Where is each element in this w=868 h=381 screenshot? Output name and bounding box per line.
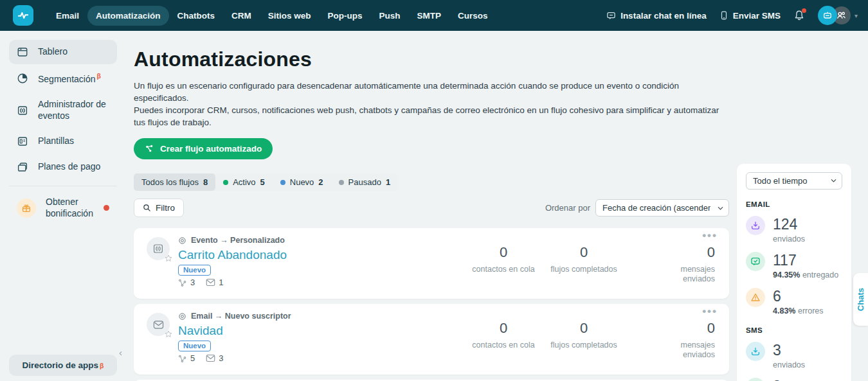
sidebar-divider xyxy=(9,186,117,186)
status-dot-gray xyxy=(339,180,344,185)
sidebar-item-label: Planes de pago xyxy=(38,161,100,173)
chats-side-tab[interactable]: Chats xyxy=(853,273,868,326)
stat-messages: 0 mensajes enviados xyxy=(667,320,715,360)
filter-label: Filtro xyxy=(156,203,175,213)
flow-trigger-type: Email → Nuevo suscriptor xyxy=(178,312,291,321)
sort-select[interactable]: Fecha de creación (ascendente) xyxy=(595,199,729,217)
flow-title-link[interactable]: Carrito Abandonado xyxy=(178,248,287,262)
account-menu[interactable]: ▾ xyxy=(818,5,858,26)
navbar-right: Instalar chat en línea Enviar SMS xyxy=(606,5,858,26)
email-counter: 3 xyxy=(206,353,223,363)
send-sms-link[interactable]: Enviar SMS xyxy=(719,10,781,21)
pulse-icon xyxy=(17,9,30,22)
install-chat-link[interactable]: Instalar chat en línea xyxy=(606,11,707,21)
event-icon xyxy=(152,243,164,254)
flow-card-carrito-abandonado: Evento → Personalizado Carrito Abandonad… xyxy=(134,228,729,299)
dashboard-icon xyxy=(17,46,28,58)
nav-item-chatbots[interactable]: Chatbots xyxy=(169,6,224,26)
beta-badge: β xyxy=(97,72,101,80)
tab-count: 1 xyxy=(386,177,390,187)
flow-title-link[interactable]: Navidad xyxy=(178,324,223,338)
notification-dot xyxy=(104,205,109,211)
period-select[interactable]: Todo el tiempo xyxy=(746,172,842,190)
stat-value: 0 xyxy=(667,244,715,261)
apps-directory-label: Directorio de apps xyxy=(23,360,99,370)
stats-panel: Todo el tiempo EMAIL 124 enviados 117 94… xyxy=(737,164,851,381)
email-count: 1 xyxy=(219,278,223,287)
chat-bubble-icon xyxy=(606,11,616,21)
nav-item-cursos[interactable]: Cursos xyxy=(449,6,496,26)
flow-card-navidad: Email → Nuevo suscriptor Navidad Nuevo 5… xyxy=(134,304,729,375)
chevron-down-icon: ▾ xyxy=(854,12,858,19)
stat-value: 0 xyxy=(536,320,632,337)
status-dot-green xyxy=(223,180,228,185)
notification-dot xyxy=(802,8,806,13)
filter-button[interactable]: Filtro xyxy=(134,199,184,217)
flow-counters: 5 3 xyxy=(178,353,223,363)
sidebar-item-label: Plantillas xyxy=(38,136,74,147)
stat-label: 4.83% errores xyxy=(773,306,824,315)
sent-icon xyxy=(746,216,765,235)
page-title: Automatizaciones xyxy=(134,48,729,71)
sidebar-item-segmentacion[interactable]: Segmentaciónβ xyxy=(9,66,117,91)
flow-trigger-type: Evento → Personalizado xyxy=(178,236,285,245)
nav-item-sitios-web[interactable]: Sitios web xyxy=(260,6,320,26)
phone-icon xyxy=(719,10,728,21)
sidebar-item-plantillas[interactable]: Plantillas xyxy=(9,129,117,154)
tab-pausado[interactable]: Pausado1 xyxy=(331,173,399,191)
card-menu-button[interactable]: ••• xyxy=(702,305,718,318)
templates-icon xyxy=(17,136,28,147)
stat-label: mensajes enviados xyxy=(667,265,715,284)
card-menu-button[interactable]: ••• xyxy=(702,229,718,242)
apps-directory-button[interactable]: Directorio de appsβ xyxy=(9,355,117,376)
nav-item-smtp[interactable]: SMTP xyxy=(409,6,450,26)
notifications-button[interactable] xyxy=(793,10,805,21)
envelope-icon xyxy=(153,320,164,330)
stat-value: 6 xyxy=(773,288,824,305)
stat-label: flujos completados xyxy=(536,265,632,274)
stat-label: 94.35% entregado xyxy=(773,270,838,279)
branch-counter: 5 xyxy=(178,353,195,363)
send-sms-label: Enviar SMS xyxy=(733,11,781,21)
sidebar-item-administrador-eventos[interactable]: Administrador de eventos xyxy=(9,93,117,128)
nav-item-push[interactable]: Push xyxy=(371,6,409,26)
stat-label: enviados xyxy=(773,235,805,244)
create-flow-button[interactable]: Crear flujo automatizado xyxy=(134,138,273,159)
flow-icon xyxy=(145,144,154,154)
stat-value: 3 xyxy=(773,342,805,359)
stat-value: 0 xyxy=(667,320,715,337)
nav-item-email[interactable]: Email xyxy=(48,6,87,26)
tab-activo[interactable]: Activo5 xyxy=(215,173,273,191)
sidebar-item-tablero[interactable]: Tablero xyxy=(9,40,117,64)
flow-counters: 3 1 xyxy=(178,278,223,287)
stat-messages: 0 mensajes enviados xyxy=(667,244,715,284)
main-content: Automatizaciones Un flujo es un escenari… xyxy=(134,31,729,381)
flow-trigger-label: Evento → Personalizado xyxy=(191,236,285,245)
sidebar-item-label: Obtener bonificación xyxy=(46,197,94,219)
nav-item-crm[interactable]: CRM xyxy=(223,6,260,26)
status-dot-blue xyxy=(280,180,285,185)
people-icon xyxy=(836,10,847,21)
stat-value: 117 xyxy=(773,252,838,269)
branch-counter: 3 xyxy=(178,278,195,287)
favorite-star-icon[interactable] xyxy=(164,254,173,263)
branch-icon xyxy=(178,278,187,287)
filter-sort-row: Filtro Ordenar por Fecha de creación (as… xyxy=(134,199,729,217)
favorite-star-icon[interactable] xyxy=(164,330,173,339)
tab-label: Nuevo xyxy=(290,177,314,187)
branch-icon xyxy=(178,354,187,363)
tab-nuevo[interactable]: Nuevo2 xyxy=(273,173,331,191)
sidebar-item-planes-pago[interactable]: Planes de pago xyxy=(9,155,117,179)
sidebar: Tablero Segmentaciónβ Administrador de e… xyxy=(0,31,126,381)
sidebar-item-obtener-bonificacion[interactable]: Obtener bonificación xyxy=(9,193,117,223)
app-logo[interactable] xyxy=(13,5,33,26)
warning-icon xyxy=(746,288,765,307)
stat-value: 3 xyxy=(773,378,832,381)
sidebar-collapse-button[interactable]: ‹ xyxy=(116,344,125,360)
tab-todos-los-flujos[interactable]: Todos los flujos8 xyxy=(134,173,215,191)
nav-item-automatizacion[interactable]: Automatización xyxy=(87,6,169,26)
sidebar-item-label: Tablero xyxy=(38,46,68,58)
nav-item-popups[interactable]: Pop-ups xyxy=(320,6,371,26)
delivered-icon xyxy=(746,378,765,381)
search-icon xyxy=(143,204,151,212)
